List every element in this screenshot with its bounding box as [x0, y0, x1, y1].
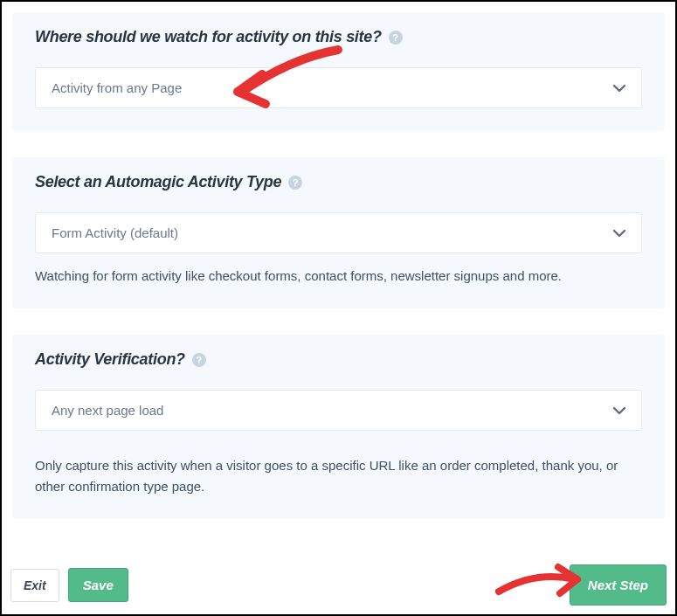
- next-step-button[interactable]: Next Step: [570, 564, 667, 606]
- chevron-down-icon: [613, 404, 625, 418]
- helper-text: Watching for form activity like checkout…: [35, 266, 642, 286]
- chevron-down-icon: [613, 226, 625, 240]
- verification-select[interactable]: Any next page load: [35, 390, 642, 431]
- activity-verification-section: Activity Verification? ? Any next page l…: [12, 335, 665, 519]
- select-value: Any next page load: [52, 403, 163, 418]
- section-header: Where should we watch for activity on th…: [35, 28, 642, 46]
- activity-type-section: Select an Automagic Activity Type ? Form…: [12, 157, 665, 308]
- help-icon[interactable]: ?: [389, 31, 403, 45]
- section-title: Activity Verification?: [35, 350, 185, 369]
- helper-text: Only capture this activity when a visito…: [35, 455, 642, 496]
- section-header: Select an Automagic Activity Type ?: [35, 173, 642, 191]
- section-title: Select an Automagic Activity Type: [35, 173, 281, 191]
- select-value: Form Activity (default): [52, 225, 178, 240]
- exit-button[interactable]: Exit: [10, 569, 59, 602]
- watch-activity-section: Where should we watch for activity on th…: [12, 12, 665, 131]
- footer: Exit Save Next Step: [10, 564, 667, 606]
- watch-activity-select[interactable]: Activity from any Page: [35, 67, 642, 108]
- save-button[interactable]: Save: [68, 568, 128, 602]
- help-icon[interactable]: ?: [192, 353, 206, 367]
- section-header: Activity Verification? ?: [35, 350, 642, 369]
- activity-type-select[interactable]: Form Activity (default): [35, 212, 642, 253]
- help-icon[interactable]: ?: [288, 176, 302, 190]
- section-title: Where should we watch for activity on th…: [35, 28, 382, 46]
- chevron-down-icon: [613, 81, 625, 95]
- select-value: Activity from any Page: [52, 80, 182, 95]
- footer-left: Exit Save: [10, 568, 128, 602]
